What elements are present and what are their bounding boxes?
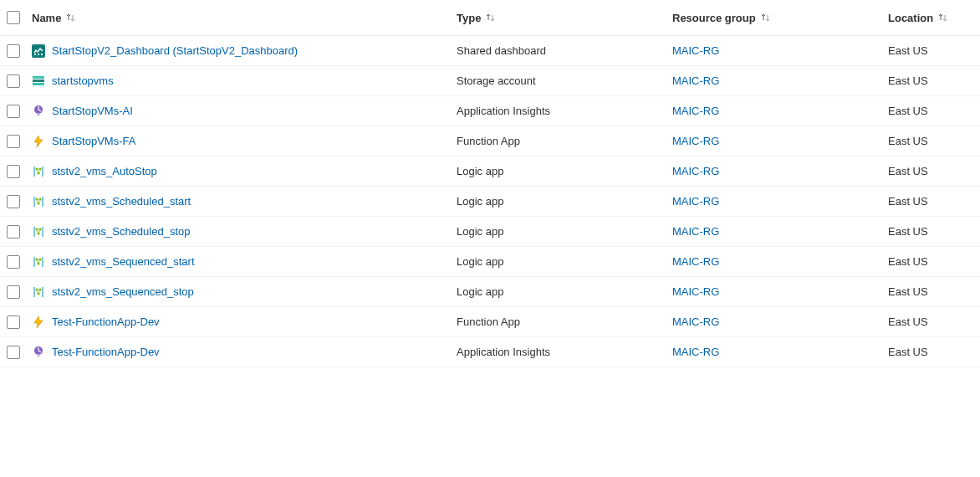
- function-app-icon: [32, 135, 45, 148]
- resource-location: East US: [888, 225, 973, 238]
- resource-name-link[interactable]: Test-FunctionApp-Dev: [52, 346, 160, 358]
- row-checkbox[interactable]: [7, 315, 20, 329]
- application-insights-icon: [32, 346, 45, 359]
- row-checkbox[interactable]: [7, 285, 20, 299]
- column-header-resource-group[interactable]: Resource group: [672, 12, 888, 24]
- column-header-type-label: Type: [457, 12, 481, 24]
- resource-location: East US: [888, 285, 973, 298]
- table-row: ststv2_vms_AutoStop Logic app MAIC-RG Ea…: [0, 156, 980, 187]
- sort-icon: [761, 13, 770, 22]
- resource-type: Application Insights: [457, 105, 672, 117]
- row-checkbox[interactable]: [7, 135, 20, 148]
- table-row: StartStopV2_Dashboard (StartStopV2_Dashb…: [0, 36, 980, 66]
- table-row: StartStopVMs-FA Function App MAIC-RG Eas…: [0, 126, 980, 156]
- table-row: Test-FunctionApp-Dev Application Insight…: [0, 337, 980, 367]
- resource-location: East US: [888, 195, 973, 208]
- resource-name-link[interactable]: ststv2_vms_Scheduled_start: [52, 195, 191, 208]
- table-row: ststv2_vms_Scheduled_stop Logic app MAIC…: [0, 217, 980, 247]
- table-body: StartStopV2_Dashboard (StartStopV2_Dashb…: [0, 36, 980, 367]
- resource-type: Function App: [457, 315, 672, 328]
- resource-type: Logic app: [457, 195, 672, 208]
- resource-table: Name Type Resource group Location: [0, 0, 980, 367]
- row-checkbox[interactable]: [7, 255, 20, 269]
- sort-icon: [66, 13, 75, 22]
- storage-account-icon: [32, 74, 45, 88]
- resource-type: Logic app: [457, 165, 672, 177]
- row-checkbox[interactable]: [7, 225, 20, 238]
- application-insights-icon: [32, 105, 45, 118]
- resource-group-link[interactable]: MAIC-RG: [672, 74, 719, 87]
- resource-group-link[interactable]: MAIC-RG: [672, 165, 719, 177]
- resource-group-link[interactable]: MAIC-RG: [672, 225, 719, 238]
- row-checkbox[interactable]: [7, 105, 20, 118]
- column-header-rg-label: Resource group: [672, 12, 756, 24]
- resource-type: Logic app: [457, 285, 672, 298]
- resource-location: East US: [888, 44, 973, 57]
- resource-type: Function App: [457, 135, 672, 147]
- resource-name-link[interactable]: StartStopV2_Dashboard (StartStopV2_Dashb…: [52, 44, 298, 57]
- resource-name-link[interactable]: ststv2_vms_Sequenced_start: [52, 255, 195, 268]
- column-header-name-label: Name: [32, 12, 61, 24]
- row-checkbox[interactable]: [7, 165, 20, 178]
- resource-group-link[interactable]: MAIC-RG: [672, 135, 719, 147]
- column-header-loc-label: Location: [888, 12, 933, 24]
- table-row: ststv2_vms_Sequenced_start Logic app MAI…: [0, 247, 980, 277]
- resource-name-link[interactable]: Test-FunctionApp-Dev: [52, 315, 160, 328]
- sort-icon: [486, 13, 495, 22]
- logic-app-icon: [32, 285, 45, 299]
- select-all-checkbox[interactable]: [7, 11, 20, 24]
- table-row: startstopvms Storage account MAIC-RG Eas…: [0, 66, 980, 96]
- resource-location: East US: [888, 105, 973, 117]
- resource-type: Storage account: [457, 74, 672, 87]
- resource-location: East US: [888, 165, 973, 177]
- resource-name-link[interactable]: StartStopVMs-AI: [52, 105, 133, 117]
- table-header-row: Name Type Resource group Location: [0, 0, 980, 36]
- table-row: Test-FunctionApp-Dev Function App MAIC-R…: [0, 307, 980, 337]
- logic-app-icon: [32, 195, 45, 208]
- resource-type: Logic app: [457, 225, 672, 238]
- resource-location: East US: [888, 255, 973, 268]
- sort-icon: [938, 13, 947, 22]
- resource-name-link[interactable]: startstopvms: [52, 74, 114, 87]
- table-row: ststv2_vms_Scheduled_start Logic app MAI…: [0, 187, 980, 217]
- resource-type: Application Insights: [457, 346, 672, 358]
- table-row: ststv2_vms_Sequenced_stop Logic app MAIC…: [0, 277, 980, 307]
- resource-group-link[interactable]: MAIC-RG: [672, 44, 719, 57]
- logic-app-icon: [32, 255, 45, 269]
- resource-group-link[interactable]: MAIC-RG: [672, 285, 719, 298]
- resource-name-link[interactable]: StartStopVMs-FA: [52, 135, 135, 147]
- function-app-icon: [32, 315, 45, 329]
- resource-group-link[interactable]: MAIC-RG: [672, 315, 719, 328]
- resource-name-link[interactable]: ststv2_vms_Sequenced_stop: [52, 285, 194, 298]
- resource-group-link[interactable]: MAIC-RG: [672, 346, 719, 358]
- row-checkbox[interactable]: [7, 44, 20, 58]
- resource-name-link[interactable]: ststv2_vms_AutoStop: [52, 165, 157, 177]
- resource-group-link[interactable]: MAIC-RG: [672, 255, 719, 268]
- resource-group-link[interactable]: MAIC-RG: [672, 105, 719, 117]
- column-header-location[interactable]: Location: [888, 12, 973, 24]
- dashboard-icon: [32, 44, 45, 58]
- column-header-name[interactable]: Name: [32, 12, 457, 24]
- resource-location: East US: [888, 135, 973, 147]
- resource-location: East US: [888, 346, 973, 358]
- resource-type: Shared dashboard: [457, 44, 672, 57]
- resource-location: East US: [888, 315, 973, 328]
- resource-group-link[interactable]: MAIC-RG: [672, 195, 719, 208]
- logic-app-icon: [32, 225, 45, 238]
- resource-location: East US: [888, 74, 973, 87]
- table-row: StartStopVMs-AI Application Insights MAI…: [0, 96, 980, 126]
- row-checkbox[interactable]: [7, 346, 20, 359]
- column-header-type[interactable]: Type: [457, 12, 672, 24]
- row-checkbox[interactable]: [7, 195, 20, 208]
- logic-app-icon: [32, 165, 45, 178]
- row-checkbox[interactable]: [7, 74, 20, 88]
- resource-type: Logic app: [457, 255, 672, 268]
- resource-name-link[interactable]: ststv2_vms_Scheduled_stop: [52, 225, 190, 238]
